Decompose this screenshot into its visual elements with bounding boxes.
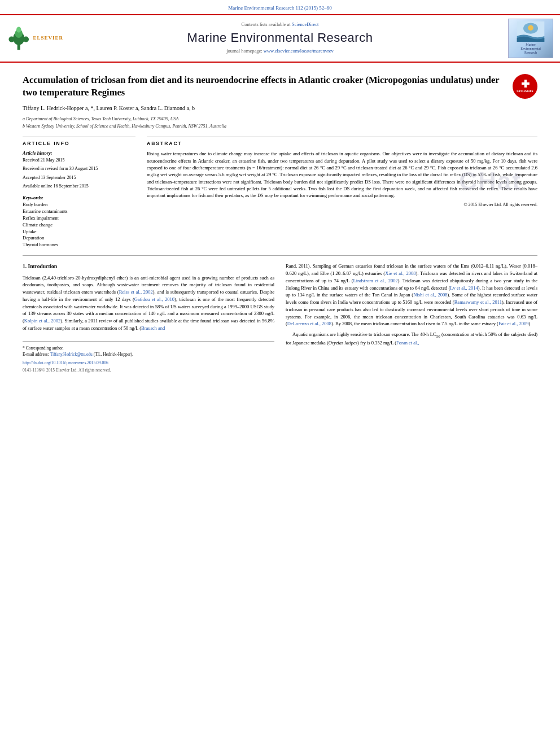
contents-prefix: Contents lists available at [242, 21, 292, 27]
body-col-right: Rand, 2011). Sampling of German estuarie… [286, 263, 537, 373]
journal-reference-text: Marine Environmental Research 112 (2015)… [228, 5, 331, 11]
gatidou-ref-link[interactable]: Gatidou et al., 2010 [134, 296, 174, 302]
kolpin-ref-link[interactable]: Kolpin et al., 2002 [24, 318, 60, 324]
journal-header-center: Contents lists available at ScienceDirec… [63, 21, 497, 55]
delorenzo-ref-link[interactable]: DeLorenzo et al., 2008 [287, 321, 331, 326]
body-para-1: Triclosan (2,4,40-trichloro-20-hydroxydi… [23, 274, 274, 332]
svg-point-10 [528, 25, 533, 30]
lv-ref-link[interactable]: Lv et al., 2014 [450, 285, 478, 291]
body-para-3: Aquatic organisms are highly sensitive t… [286, 331, 537, 347]
affiliation-b: b Western Sydney University, School of S… [23, 123, 537, 129]
email-link[interactable]: Tiffany.Hedrick@ttu.edu [50, 352, 93, 357]
body-para-2: Rand, 2011). Sampling of German estuarie… [286, 263, 537, 327]
issn-line: 0141-1136/© 2015 Elsevier Ltd. All right… [23, 367, 274, 373]
abstract-text: Rising water temperatures due to climate… [147, 150, 537, 208]
affiliations: a Department of Biological Sciences, Tex… [23, 116, 537, 129]
body-col-left: 1. Introduction Triclosan (2,4,40-trichl… [23, 263, 274, 373]
crossmark-cross-icon: ✚ [521, 79, 530, 89]
email-note: (T.L. Hedrick-Hopper). [94, 352, 133, 357]
keyword-2: Estuarine contaminants [23, 208, 135, 215]
ramaswamy-ref-link[interactable]: Ramaswamy et al., 2011 [454, 299, 502, 305]
foran-ref-link[interactable]: Foran et al., [396, 340, 419, 346]
keyword-5: Uptake [23, 229, 135, 235]
received-date: Received 21 May 2015 [23, 157, 135, 163]
contents-line: Contents lists available at ScienceDirec… [63, 21, 497, 28]
authors-text: Tiffany L. Hedrick-Hopper a, *, Lauren P… [23, 105, 195, 111]
reiss-ref-link[interactable]: Reiss et al., 2002 [119, 289, 153, 295]
section-divider [23, 255, 537, 256]
email-line: E-mail address: Tiffany.Hedrick@ttu.edu … [23, 351, 274, 357]
homepage-prefix: journal homepage: [226, 48, 264, 54]
copyright-notice: © 2015 Elsevier Ltd. All rights reserved… [147, 202, 537, 208]
abstract-body: Rising water temperatures due to climate… [147, 151, 537, 198]
article-title-text: Accumulation of triclosan from diet and … [23, 75, 499, 98]
abstract-panel: ABSTRACT Rising water temperatures due t… [147, 137, 537, 249]
elsevier-label: ELSEVIER [33, 34, 63, 42]
svg-point-3 [16, 27, 21, 33]
article-title: Accumulation of triclosan from diet and … [23, 74, 537, 99]
journal-logo-image [514, 21, 548, 42]
lindstrom-ref-link[interactable]: Lindstrom et al., 2002 [353, 278, 397, 283]
doi-link[interactable]: http://dx.doi.org/10.1016/j.marenvres.20… [23, 360, 108, 365]
journal-title-header: Marine Environmental Research [63, 29, 497, 47]
authors-line: Tiffany L. Hedrick-Hopper a, *, Lauren P… [23, 104, 537, 112]
abstract-heading: ABSTRACT [147, 141, 537, 147]
nishi-ref-link[interactable]: Nishi et al., 2008 [413, 292, 447, 298]
elsevier-tree-icon [7, 23, 30, 54]
crossmark-label: CrossMark [517, 89, 533, 93]
body-content: 1. Introduction Triclosan (2,4,40-trichl… [23, 263, 537, 373]
footnote-area: * Corresponding author. E-mail address: … [23, 341, 274, 374]
xie-ref-link[interactable]: Xie et al., 2008 [385, 270, 415, 276]
available-online-date: Available online 16 September 2015 [23, 183, 135, 189]
keyword-3: Reflex impairment [23, 215, 135, 222]
logo-text-lines: MarineEnvironmentalResearch [520, 43, 541, 55]
main-content: Accumulation of triclosan from diet and … [0, 63, 560, 379]
received-revised-date: Received in revised form 30 August 2015 [23, 165, 135, 172]
keyword-4: Climate change [23, 222, 135, 229]
article-info-panel: ARTICLE INFO Article history: Received 2… [23, 137, 135, 249]
info-abstract-section: ARTICLE INFO Article history: Received 2… [23, 137, 537, 249]
keywords-label: Keywords: [23, 195, 43, 200]
svg-point-5 [23, 37, 29, 42]
accepted-date: Accepted 13 September 2015 [23, 174, 135, 181]
article-info-heading: ARTICLE INFO [23, 141, 135, 147]
journal-logo-box-area: MarineEnvironmentalResearch [497, 19, 553, 58]
affiliation-a: a Department of Biological Sciences, Tex… [23, 116, 537, 122]
elsevier-logo-area: ELSEVIER [7, 23, 63, 54]
email-label: E-mail address: [23, 352, 49, 357]
corresponding-label: * Corresponding author. [23, 346, 64, 351]
fair-ref-link[interactable]: Fair et al., 2009 [498, 321, 529, 326]
brausch-ref-link[interactable]: Brausch and [141, 325, 165, 331]
elsevier-logo: ELSEVIER [7, 23, 63, 54]
corresponding-note: * Corresponding author. [23, 345, 274, 351]
keyword-6: Depuration [23, 235, 135, 242]
keywords-section: Keywords: Body burden Estuarine contamin… [23, 194, 135, 248]
journal-reference-line: Marine Environmental Research 112 (2015)… [0, 0, 560, 14]
sciencedirect-link[interactable]: ScienceDirect [292, 21, 319, 27]
crossmark-badge: ✚ CrossMark [513, 74, 537, 99]
section1-heading: 1. Introduction [23, 263, 274, 270]
history-label: Article history: [23, 150, 135, 157]
svg-point-4 [8, 37, 14, 42]
homepage-line: journal homepage: www.elsevier.com/locat… [63, 48, 497, 55]
doi-line: http://dx.doi.org/10.1016/j.marenvres.20… [23, 360, 274, 366]
journal-logo-thumbnail: MarineEnvironmentalResearch [508, 19, 553, 58]
keyword-1: Body burden [23, 202, 135, 208]
journal-header-band: ELSEVIER Contents lists available at Sci… [0, 14, 560, 63]
keyword-7: Thyroid hormones [23, 242, 135, 248]
homepage-link[interactable]: www.elsevier.com/locate/marenvrev [264, 48, 334, 54]
